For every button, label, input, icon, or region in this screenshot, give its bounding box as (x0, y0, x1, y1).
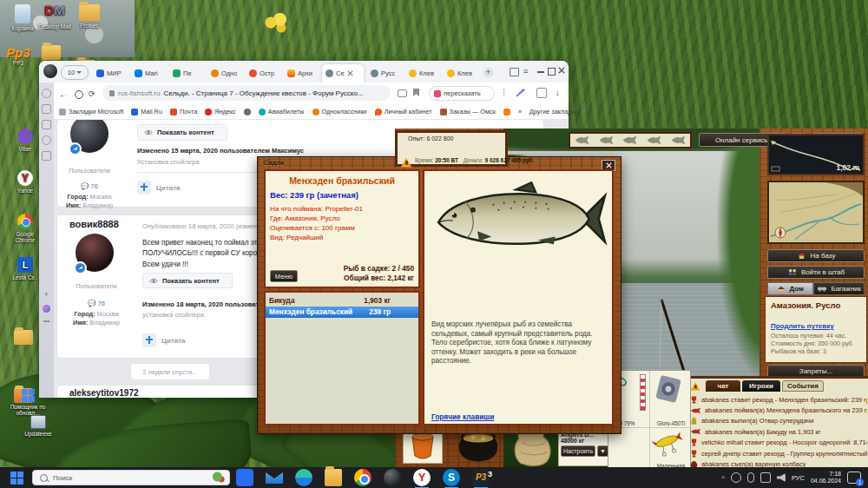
comments-icon[interactable] (398, 89, 407, 97)
desktop-folder-icon[interactable] (42, 45, 61, 60)
tab-arhi[interactable]: Архи (284, 64, 322, 82)
download-icon[interactable]: ↓ (556, 88, 560, 97)
tackle-slot-reel[interactable]: Glory-450Ti (650, 371, 691, 428)
bookmark-avia[interactable]: Авиабилеты (259, 108, 305, 115)
tab-home[interactable]: Дом (767, 282, 813, 295)
quote-button[interactable]: Цитата (161, 337, 186, 345)
bookmarks-overflow[interactable]: » (518, 108, 522, 115)
bookmark-flag-icon[interactable] (413, 89, 419, 96)
bookmark-orders[interactable]: Заказы — Омск (440, 108, 496, 115)
taskbar-app-edge[interactable] (295, 469, 312, 486)
quote-plus-icon[interactable] (142, 333, 156, 347)
tab-ostr[interactable]: Остр (246, 64, 284, 82)
desktop-icon-yandex[interactable]: Y Yande (10, 170, 40, 194)
show-content-button[interactable]: Показать контент (142, 273, 233, 288)
minimize-button[interactable] (537, 71, 544, 73)
edit-pencil-icon[interactable] (516, 89, 525, 96)
enter-hq-button[interactable]: Войти в штаб (767, 266, 865, 279)
speaker-icon[interactable] (777, 473, 786, 482)
bookmark-ok[interactable]: Одноклассники (312, 108, 367, 115)
quote-plus-icon[interactable] (137, 181, 151, 195)
protect-icon[interactable] (75, 90, 83, 99)
show-content-button[interactable]: Показать контент (137, 124, 227, 141)
copy-icon[interactable] (42, 120, 51, 129)
network-icon[interactable] (760, 472, 771, 483)
bookmark-mailru[interactable]: Mail.Ru (131, 108, 162, 115)
dialog-menu-button[interactable]: Меню (270, 270, 298, 282)
taskbar-app-chrome[interactable] (354, 469, 372, 486)
desktop-icon-viber[interactable]: Viber (10, 129, 40, 152)
start-button[interactable] (10, 472, 23, 485)
hotkeys-link[interactable]: Горячие клавиши (431, 412, 494, 421)
desktop-icon-updateexe[interactable]: Updateexe (16, 415, 61, 437)
list-item-selected[interactable]: Менхэден бразильский239 гр (266, 307, 418, 319)
tab-events[interactable]: События (782, 380, 824, 392)
configure-button[interactable]: Настроить (561, 445, 595, 457)
bans-button[interactable]: Запреты... (767, 365, 865, 377)
taskbar-app-skype[interactable]: S (443, 469, 460, 486)
more-vert-icon[interactable]: ⋮ (500, 88, 508, 96)
microphone-icon[interactable] (747, 472, 754, 483)
tab-klev1[interactable]: Клев (405, 64, 444, 82)
desktop-icon-rr3[interactable]: Рр3 РР3 (0, 45, 38, 67)
tab-mir[interactable]: МИР (93, 64, 131, 82)
tab-russ[interactable]: Русс (367, 64, 405, 82)
quote-button[interactable]: Цитата (156, 184, 181, 192)
more-icon[interactable]: ••• (43, 319, 50, 326)
tab-count-icon[interactable] (42, 104, 51, 114)
add-icon[interactable]: + (43, 291, 50, 299)
bookmark-yandex[interactable]: Яндекс (205, 108, 236, 115)
tab-klev2[interactable]: Клев (444, 64, 482, 82)
tab-odno[interactable]: Одно (207, 64, 246, 82)
tray-expand-icon[interactable]: ^ (721, 474, 725, 482)
taskbar-app-person[interactable] (384, 469, 401, 486)
desktop-icon-lesta[interactable]: L Lesta Ce.. (10, 257, 40, 280)
taskbar-app-mail[interactable] (266, 469, 283, 486)
taskbar-app-store[interactable] (236, 469, 253, 486)
tab-mari[interactable]: Mari (131, 64, 169, 82)
bookmark-pochta[interactable]: Почта (170, 108, 197, 115)
bookmark-gear[interactable] (244, 109, 251, 115)
play-icon[interactable] (42, 135, 51, 145)
desktop-folder-icon[interactable] (14, 330, 33, 345)
to-base-button[interactable]: На базу (767, 249, 865, 262)
maximize-button[interactable] (548, 68, 556, 76)
desktop-icon-profiles[interactable]: Profiles (69, 4, 109, 29)
desktop-icon-chrome[interactable]: Google Chrome (10, 214, 40, 244)
tab-seldi-active[interactable]: Се (322, 64, 364, 82)
screenshot-icon[interactable] (42, 151, 51, 161)
language-indicator[interactable]: РУС (792, 474, 805, 482)
reload-icon[interactable]: ⟳ (89, 89, 95, 98)
new-tab-button[interactable]: + (483, 68, 493, 77)
tab-chat[interactable]: чат (706, 380, 740, 392)
browser-profile-avatar[interactable] (43, 64, 57, 78)
taskbar-app-yandex-browser[interactable]: Y (413, 469, 431, 486)
tab-trunk[interactable]: Багажник (813, 282, 865, 295)
url-box[interactable]: rus-fishsoft.ru Сельди. - Страница 7 - О… (102, 85, 391, 101)
tab-players[interactable]: Игроки (742, 380, 780, 392)
clock[interactable]: 7:18 04.06.2024 (811, 471, 841, 485)
retell-button[interactable]: пересказать (429, 86, 495, 101)
bookmark-folder[interactable]: Закладки Microsoft (59, 108, 123, 115)
notifications-icon[interactable]: 1 (847, 472, 861, 484)
trophy-fish-strip[interactable] (569, 132, 692, 148)
back-icon[interactable]: ← (59, 89, 68, 99)
tray-onedrive-icon[interactable] (731, 472, 741, 483)
taskbar-app-explorer[interactable] (325, 469, 342, 486)
alice-icon[interactable] (43, 305, 50, 313)
sidebar-toggle-icon[interactable] (510, 68, 519, 76)
gift-icon[interactable] (536, 88, 547, 98)
bookmark-cabinet[interactable]: Личный кабинет (375, 108, 432, 115)
menu-icon[interactable]: ≡ (523, 67, 532, 76)
tackle-slot-empty[interactable] (608, 428, 650, 469)
bookmark-orange[interactable] (503, 109, 510, 115)
search-box[interactable]: Поиск (32, 470, 230, 485)
post-author[interactable]: alekseytitov1972 (69, 388, 139, 398)
post-author[interactable]: вовик8888 (69, 219, 119, 229)
list-item[interactable]: Бикуда1,903 кг (266, 294, 418, 307)
close-tab-icon[interactable] (347, 70, 353, 76)
history-icon[interactable] (42, 89, 51, 98)
tab-counter[interactable]: 10 (61, 65, 89, 80)
taskbar-app-rr3[interactable]: Р33 (472, 469, 490, 486)
close-window-button[interactable] (558, 67, 565, 76)
